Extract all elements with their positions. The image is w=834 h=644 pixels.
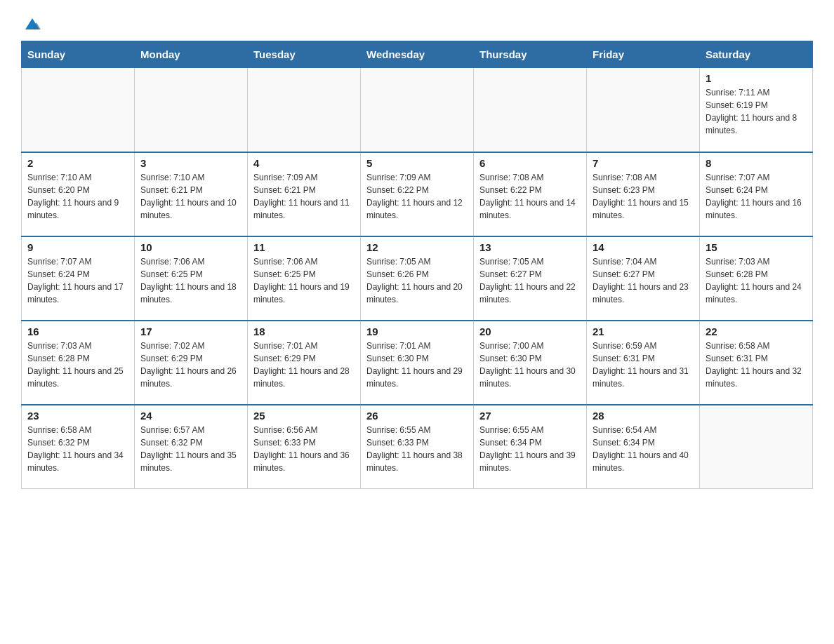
page-header [21,14,813,34]
day-info: Sunrise: 7:03 AMSunset: 6:28 PMDaylight:… [706,255,807,306]
calendar-cell [22,68,135,152]
day-info: Sunrise: 6:55 AMSunset: 6:33 PMDaylight:… [366,424,468,474]
day-info: Sunrise: 6:55 AMSunset: 6:34 PMDaylight:… [479,424,581,474]
calendar-week-row: 9Sunrise: 7:07 AMSunset: 6:24 PMDaylight… [22,236,813,321]
day-number: 4 [253,157,355,169]
day-number: 10 [140,241,241,253]
day-info: Sunrise: 7:00 AMSunset: 6:30 PMDaylight:… [479,340,581,390]
day-info: Sunrise: 7:08 AMSunset: 6:23 PMDaylight:… [593,171,694,222]
day-info: Sunrise: 7:08 AMSunset: 6:22 PMDaylight:… [479,171,581,222]
day-info: Sunrise: 7:07 AMSunset: 6:24 PMDaylight:… [706,171,807,222]
calendar-cell: 11Sunrise: 7:06 AMSunset: 6:25 PMDayligh… [248,236,361,321]
day-number: 3 [140,157,241,169]
calendar-cell: 1Sunrise: 7:11 AMSunset: 6:19 PMDaylight… [700,68,813,152]
day-number: 1 [706,72,807,84]
calendar-cell: 21Sunrise: 6:59 AMSunset: 6:31 PMDayligh… [587,321,700,405]
day-info: Sunrise: 7:09 AMSunset: 6:22 PMDaylight:… [366,171,468,222]
calendar-week-row: 16Sunrise: 7:03 AMSunset: 6:28 PMDayligh… [22,321,813,405]
day-number: 28 [593,410,694,422]
calendar-week-row: 23Sunrise: 6:58 AMSunset: 6:32 PMDayligh… [22,405,813,489]
day-number: 23 [27,410,128,422]
calendar-cell: 4Sunrise: 7:09 AMSunset: 6:21 PMDaylight… [248,152,361,236]
day-number: 18 [253,326,355,337]
column-header-friday: Friday [587,41,700,68]
calendar-cell: 27Sunrise: 6:55 AMSunset: 6:34 PMDayligh… [474,405,587,489]
calendar-cell [361,68,474,152]
day-info: Sunrise: 7:01 AMSunset: 6:29 PMDaylight:… [253,340,355,390]
calendar-cell: 24Sunrise: 6:57 AMSunset: 6:32 PMDayligh… [135,405,248,489]
day-info: Sunrise: 6:54 AMSunset: 6:34 PMDaylight:… [593,424,694,474]
day-number: 21 [593,326,694,337]
day-number: 2 [27,157,128,169]
calendar-cell [135,68,248,152]
day-number: 15 [706,241,807,253]
column-header-thursday: Thursday [474,41,587,68]
day-number: 9 [27,241,128,253]
calendar-cell: 23Sunrise: 6:58 AMSunset: 6:32 PMDayligh… [22,405,135,489]
calendar-cell: 20Sunrise: 7:00 AMSunset: 6:30 PMDayligh… [474,321,587,405]
day-info: Sunrise: 7:04 AMSunset: 6:27 PMDaylight:… [593,255,694,306]
calendar-cell: 28Sunrise: 6:54 AMSunset: 6:34 PMDayligh… [587,405,700,489]
calendar-cell: 13Sunrise: 7:05 AMSunset: 6:27 PMDayligh… [474,236,587,321]
calendar-cell: 6Sunrise: 7:08 AMSunset: 6:22 PMDaylight… [474,152,587,236]
day-info: Sunrise: 7:09 AMSunset: 6:21 PMDaylight:… [253,171,355,222]
calendar-cell [700,405,813,489]
day-number: 7 [593,157,694,169]
day-info: Sunrise: 7:06 AMSunset: 6:25 PMDaylight:… [140,255,241,306]
logo-icon [22,14,42,34]
day-info: Sunrise: 6:58 AMSunset: 6:31 PMDaylight:… [706,340,807,390]
day-info: Sunrise: 7:06 AMSunset: 6:25 PMDaylight:… [253,255,355,306]
calendar-cell: 3Sunrise: 7:10 AMSunset: 6:21 PMDaylight… [135,152,248,236]
calendar-cell: 26Sunrise: 6:55 AMSunset: 6:33 PMDayligh… [361,405,474,489]
day-info: Sunrise: 7:05 AMSunset: 6:26 PMDaylight:… [366,255,468,306]
day-number: 11 [253,241,355,253]
day-info: Sunrise: 7:10 AMSunset: 6:20 PMDaylight:… [27,171,128,222]
day-info: Sunrise: 7:02 AMSunset: 6:29 PMDaylight:… [140,340,241,390]
calendar-cell: 2Sunrise: 7:10 AMSunset: 6:20 PMDaylight… [22,152,135,236]
day-number: 24 [140,410,241,422]
calendar-cell: 10Sunrise: 7:06 AMSunset: 6:25 PMDayligh… [135,236,248,321]
day-info: Sunrise: 7:01 AMSunset: 6:30 PMDaylight:… [366,340,468,390]
calendar-cell: 16Sunrise: 7:03 AMSunset: 6:28 PMDayligh… [22,321,135,405]
calendar-cell: 12Sunrise: 7:05 AMSunset: 6:26 PMDayligh… [361,236,474,321]
calendar-cell: 7Sunrise: 7:08 AMSunset: 6:23 PMDaylight… [587,152,700,236]
logo [21,14,42,34]
day-info: Sunrise: 6:59 AMSunset: 6:31 PMDaylight:… [593,340,694,390]
calendar-cell [587,68,700,152]
calendar-cell: 25Sunrise: 6:56 AMSunset: 6:33 PMDayligh… [248,405,361,489]
column-header-sunday: Sunday [22,41,135,68]
day-number: 8 [706,157,807,169]
day-info: Sunrise: 7:05 AMSunset: 6:27 PMDaylight:… [479,255,581,306]
day-info: Sunrise: 7:07 AMSunset: 6:24 PMDaylight:… [27,255,128,306]
calendar-cell: 8Sunrise: 7:07 AMSunset: 6:24 PMDaylight… [700,152,813,236]
calendar-cell: 5Sunrise: 7:09 AMSunset: 6:22 PMDaylight… [361,152,474,236]
calendar-header-row: SundayMondayTuesdayWednesdayThursdayFrid… [22,41,813,68]
day-number: 14 [593,241,694,253]
day-number: 6 [479,157,581,169]
calendar-cell: 9Sunrise: 7:07 AMSunset: 6:24 PMDaylight… [22,236,135,321]
day-number: 25 [253,410,355,422]
day-number: 17 [140,326,241,337]
calendar-cell: 22Sunrise: 6:58 AMSunset: 6:31 PMDayligh… [700,321,813,405]
calendar-cell [474,68,587,152]
calendar-table: SundayMondayTuesdayWednesdayThursdayFrid… [21,41,813,489]
calendar-week-row: 2Sunrise: 7:10 AMSunset: 6:20 PMDaylight… [22,152,813,236]
day-number: 26 [366,410,468,422]
calendar-cell: 14Sunrise: 7:04 AMSunset: 6:27 PMDayligh… [587,236,700,321]
column-header-tuesday: Tuesday [248,41,361,68]
day-number: 22 [706,326,807,337]
calendar-cell: 15Sunrise: 7:03 AMSunset: 6:28 PMDayligh… [700,236,813,321]
calendar-cell: 19Sunrise: 7:01 AMSunset: 6:30 PMDayligh… [361,321,474,405]
day-info: Sunrise: 7:03 AMSunset: 6:28 PMDaylight:… [27,340,128,390]
column-header-monday: Monday [135,41,248,68]
calendar-week-row: 1Sunrise: 7:11 AMSunset: 6:19 PMDaylight… [22,68,813,152]
day-number: 19 [366,326,468,337]
column-header-wednesday: Wednesday [361,41,474,68]
calendar-cell: 18Sunrise: 7:01 AMSunset: 6:29 PMDayligh… [248,321,361,405]
day-number: 5 [366,157,468,169]
day-info: Sunrise: 6:56 AMSunset: 6:33 PMDaylight:… [253,424,355,474]
day-number: 27 [479,410,581,422]
day-info: Sunrise: 7:11 AMSunset: 6:19 PMDaylight:… [706,86,807,137]
column-header-saturday: Saturday [700,41,813,68]
calendar-cell: 17Sunrise: 7:02 AMSunset: 6:29 PMDayligh… [135,321,248,405]
